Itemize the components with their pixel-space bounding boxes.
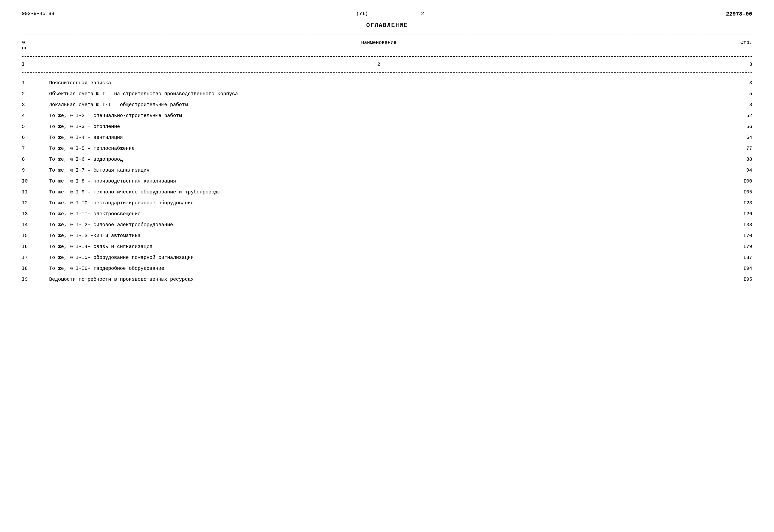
row-name: То же, № I-I2- силовое электрооборудован… <box>49 222 709 228</box>
column-headers-row: № пп Наименование Стр. <box>22 37 752 54</box>
mid-dashed-line-2 <box>22 72 752 73</box>
row-page: 52 <box>709 113 752 118</box>
table-row: 8То же, № I-6 – водопровод88 <box>22 154 752 165</box>
row-name: То же, № I-I6- гардеробное оборудование <box>49 266 709 271</box>
table-row: IПояснительная записка3 <box>22 77 752 88</box>
mid-dashed-line-3 <box>22 75 752 75</box>
row-num: I3 <box>22 211 49 217</box>
table-row: 6То же, № I-4 – вентиляция64 <box>22 132 752 143</box>
row-page: 88 <box>709 157 752 162</box>
row-page: 94 <box>709 168 752 173</box>
page-title: ОГЛАВЛЕНИЕ <box>22 22 752 29</box>
row-num: I6 <box>22 244 49 249</box>
toc-rows: IПояснительная записка32Объектная смета … <box>22 77 752 285</box>
doc-number-right: 22978-06 <box>726 11 752 17</box>
table-row: 3Локальная смета № I-I – общестроительны… <box>22 99 752 110</box>
row-num: I2 <box>22 200 49 206</box>
row-num: 3 <box>22 102 49 107</box>
row-num: I9 <box>22 277 49 282</box>
row-name: То же, № I-4 – вентиляция <box>49 135 709 140</box>
table-row: I6То же, № I-I4- связь и сигнализацияI79 <box>22 241 752 252</box>
row-page: I05 <box>709 189 752 195</box>
row-name: Локальная смета № I-I – общестроительные… <box>49 102 709 107</box>
table-row: I8То же, № I-I6- гардеробное оборудовани… <box>22 263 752 274</box>
row-name: Ведомости потребности в производственных… <box>49 277 709 282</box>
row-name: То же, № I-2 – специально-строительные р… <box>49 113 709 118</box>
row-num: 5 <box>22 124 49 129</box>
row-num: I0 <box>22 178 49 184</box>
row-name: То же, № I-I3 -КИП и автоматика <box>49 233 709 238</box>
row-num: I <box>22 80 49 86</box>
row-name: То же, № I-9 – технологическое оборудова… <box>49 189 709 195</box>
row-num: I4 <box>22 222 49 228</box>
row-name: То же, № I-I0- нестандартизированное обо… <box>49 200 709 206</box>
row-page: 8 <box>709 102 752 107</box>
doc-type-label: (YI) <box>356 11 368 16</box>
row-num: 2 <box>22 91 49 97</box>
table-row: 7То же, № I-5 – теплоснабжение77 <box>22 143 752 154</box>
row-page: I95 <box>709 277 752 282</box>
row-page: I23 <box>709 200 752 206</box>
table-row: 4То же, № I-2 – специально-строительные … <box>22 110 752 121</box>
table-row: 9То же, № I-7 – бытовая канализация94 <box>22 165 752 176</box>
row-name: Объектная смета № I – на строительство п… <box>49 91 709 97</box>
page-header: 902-9-45.88 (YI) 2 22978-06 <box>22 11 752 17</box>
row-page: 3 <box>709 80 752 86</box>
row-num: 8 <box>22 157 49 162</box>
row-num: II <box>22 189 49 195</box>
table-row: IIТо же, № I-9 – технологическое оборудо… <box>22 187 752 198</box>
row-num: I5 <box>22 233 49 238</box>
row-num: 6 <box>22 135 49 140</box>
row-name: То же, № I-I5- оборудование пожарной сиг… <box>49 255 709 260</box>
row-num: 7 <box>22 146 49 151</box>
row-page: I94 <box>709 266 752 271</box>
row-name: То же, № I-5 – теплоснабжение <box>49 146 709 151</box>
sub-col-1: I <box>22 62 49 67</box>
toc-table: № пп Наименование Стр. I 2 3 IПояснитель… <box>22 34 752 285</box>
table-row: 2Объектная смета № I – на строительство … <box>22 88 752 99</box>
row-page: 77 <box>709 146 752 151</box>
row-page: I38 <box>709 222 752 228</box>
table-row: I3То же, № I-II- электроосвещениеI26 <box>22 208 752 219</box>
mid-dashed-line-1 <box>22 56 752 57</box>
col-name-header: Наименование <box>49 40 709 51</box>
row-name: То же, № I-I4- связь и сигнализация <box>49 244 709 249</box>
row-name: То же, № I-8 – производственная канализа… <box>49 178 709 184</box>
table-row: I2То же, № I-I0- нестандартизированное о… <box>22 198 752 208</box>
table-row: I7То же, № I-I5- оборудование пожарной с… <box>22 252 752 263</box>
table-row: I9Ведомости потребности в производственн… <box>22 274 752 285</box>
sub-col-3: 3 <box>709 62 752 67</box>
row-name: То же, № I-II- электроосвещение <box>49 211 709 217</box>
page-number: 2 <box>421 11 424 16</box>
row-num: I7 <box>22 255 49 260</box>
row-name: То же, № I-7 – бытовая канализация <box>49 168 709 173</box>
row-num: I8 <box>22 266 49 271</box>
table-row: I5То же, № I-I3 -КИП и автоматикаI70 <box>22 230 752 241</box>
doc-number-left: 902-9-45.88 <box>22 11 54 16</box>
doc-type: (YI) 2 <box>54 11 726 16</box>
row-name: То же, № I-6 – водопровод <box>49 157 709 162</box>
row-page: I70 <box>709 233 752 238</box>
row-page: I79 <box>709 244 752 249</box>
top-dashed-line <box>22 34 752 34</box>
table-row: 5То же, № I-3 – отопление56 <box>22 121 752 132</box>
table-row: I0То же, № I-8 – производственная канали… <box>22 176 752 187</box>
col-page-header: Стр. <box>709 40 752 51</box>
row-page: I87 <box>709 255 752 260</box>
sub-col-2: 2 <box>49 62 709 67</box>
row-name: Пояснительная записка <box>49 80 709 86</box>
row-page: 56 <box>709 124 752 129</box>
row-page: I26 <box>709 211 752 217</box>
row-name: То же, № I-3 – отопление <box>49 124 709 129</box>
row-num: 9 <box>22 168 49 173</box>
row-page: I00 <box>709 178 752 184</box>
table-row: I4То же, № I-I2- силовое электрооборудов… <box>22 219 752 230</box>
col-num-header: № пп <box>22 40 49 51</box>
sub-header-row: I 2 3 <box>22 59 752 70</box>
row-page: 5 <box>709 91 752 97</box>
row-page: 64 <box>709 135 752 140</box>
row-num: 4 <box>22 113 49 118</box>
